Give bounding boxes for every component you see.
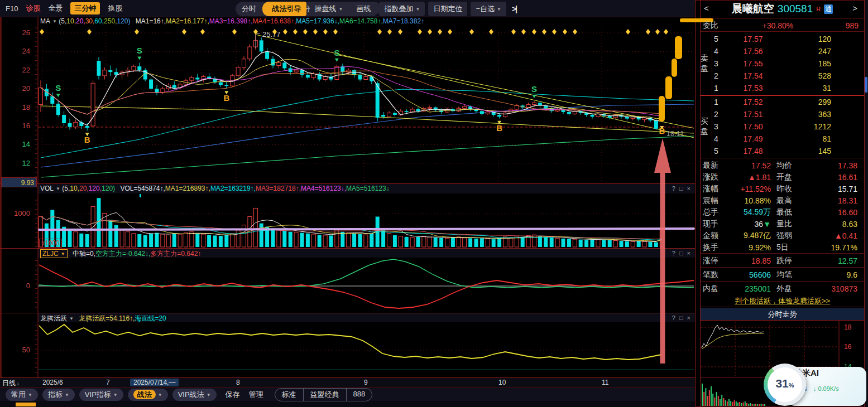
buy-row[interactable]: 117.52299 [712, 96, 864, 108]
date-tick: 10 [498, 379, 506, 386]
axis-label: 22 [0, 66, 30, 74]
longteng-value: 龙腾活跃=54.116↑, [79, 314, 135, 322]
diagnose-stock-button[interactable]: 诊股 [26, 3, 40, 13]
axis-label: 14 [0, 140, 30, 148]
buy-side-label: 买盘 [701, 96, 712, 157]
popout-icon[interactable]: □ [679, 314, 683, 321]
tab-intraday[interactable]: 分时 [236, 2, 262, 16]
svg-text:18.11: 18.11 [666, 129, 684, 138]
intraday-trend-header[interactable]: 分时走势 [701, 308, 864, 321]
vol-value: MA3=182718↑, [256, 185, 301, 192]
quote-panel: < 晨曦航空 300581 R 通 > 委比 +30.80% 989 卖盘 买盘… [701, 0, 868, 407]
f10-button[interactable]: F10 [6, 4, 18, 13]
svg-text:S: S [531, 84, 537, 94]
longteng-promo-link[interactable]: 判个股活跃，体验龙腾活跃>> [701, 295, 864, 307]
svg-text:S: S [334, 48, 339, 57]
help-icon[interactable]: ? [672, 185, 675, 192]
panel-controls: ?□× [668, 314, 690, 321]
help-icon[interactable]: ? [672, 250, 675, 256]
vol-value: MA4=516123↓, [301, 185, 346, 192]
ma-value: MA2=16.177↑, [166, 17, 209, 25]
date-tick: 7 [106, 379, 110, 386]
zljc-selector[interactable]: ZLJC▼ [40, 249, 68, 258]
sell-side-label: 卖盘 [701, 33, 712, 94]
menu-common[interactable]: 常用▼ [6, 389, 38, 401]
trading-app-window: 25.77SBSBSBSB18.11 F10 诊股 全景 三分钟 换股 分时 日… [0, 0, 868, 407]
axis-label: 26 [0, 28, 30, 37]
chevron-down-icon: ▼ [52, 19, 57, 24]
buy-row[interactable]: 217.51363 [712, 108, 864, 120]
weicha-value: 989 [825, 21, 859, 30]
svg-text:B: B [84, 135, 90, 144]
menu-strategy[interactable]: 战法▼ [128, 389, 168, 401]
preset-888[interactable]: 888 [346, 389, 372, 401]
zljc-legend: ZLJC▼ 中轴=0,空方主力=-0.642↓,多方主力=0.642↑ ?□× [40, 249, 694, 259]
close-icon[interactable]: × [687, 250, 690, 256]
longteng-selector[interactable]: 龙腾活跃▼ [40, 314, 74, 322]
axis-label: 16 [844, 343, 851, 351]
strategy-guide-button[interactable]: 战法引导 [267, 2, 306, 16]
collapse-panel-icon[interactable]: >| [510, 4, 516, 13]
svg-text:B: B [496, 123, 502, 133]
close-icon[interactable]: × [687, 185, 690, 192]
popout-icon[interactable]: □ [679, 185, 683, 192]
period-label[interactable]: 日线↓ [2, 379, 20, 388]
save-button[interactable]: 保存 [226, 390, 240, 400]
ma-value: MA5=17.936↓, [296, 17, 339, 25]
draw-line-button[interactable]: 画线 [351, 2, 376, 16]
switch-stock-button[interactable]: 换股 [108, 3, 122, 13]
preset-classic[interactable]: 益盟经典 [303, 389, 346, 401]
buy-row[interactable]: 317.501212 [712, 120, 864, 133]
sell-row[interactable]: 517.57120 [712, 33, 864, 45]
ma-param: 30, [85, 17, 95, 25]
menu-vip-strategy[interactable]: VIP战法▼ [172, 389, 217, 401]
scrollbar-thumb[interactable] [865, 77, 867, 93]
sell-row[interactable]: 217.54528 [712, 70, 864, 82]
vol-param: 120, [89, 185, 102, 192]
buy-row[interactable]: 517.48145 [712, 145, 864, 157]
date-tick: 9 [364, 379, 368, 386]
panel-controls: ?□× [668, 250, 690, 256]
manage-button[interactable]: 管理 [249, 390, 263, 400]
prev-stock-icon[interactable]: < [704, 3, 709, 13]
sell-row[interactable]: 417.56247 [712, 45, 864, 57]
weibi-label: 委比 [703, 21, 731, 31]
menu-indicators[interactable]: 指标▼ [42, 389, 75, 401]
axis-label: 24 [0, 47, 30, 55]
volume-unit-label: x1000 [39, 239, 62, 248]
bottom-price-box: 9.93 [1, 177, 37, 187]
sell-row[interactable]: 117.5331 [712, 82, 864, 94]
axis-label: 18 [0, 103, 30, 112]
top-left-menu: F10 诊股 全景 三分钟 换股 [0, 2, 122, 14]
svg-text:B: B [223, 93, 229, 103]
next-stock-icon[interactable]: > [852, 3, 857, 13]
scrollbar[interactable] [864, 0, 868, 407]
vol-selector[interactable]: VOL▼ [40, 185, 60, 192]
selected-date-tick[interactable]: 2025/07/14,— [130, 379, 179, 386]
popout-icon[interactable]: □ [679, 250, 683, 256]
axis-label: 50 [0, 346, 30, 354]
close-icon[interactable]: × [687, 314, 690, 321]
panorama-button[interactable]: 全景 [48, 3, 63, 13]
chevron-down-icon: ▼ [65, 393, 69, 398]
axis-label: 20 [0, 84, 30, 93]
vol-param: (5, [62, 185, 70, 192]
limits-grid: 涨停18.85跌停12.57 [701, 254, 864, 267]
index-overlay-button[interactable]: 指数叠加▼ [379, 2, 425, 16]
buy-row[interactable]: 417.4981 [712, 133, 864, 145]
preset-standard[interactable]: 标准 [275, 389, 303, 401]
ma-selector[interactable]: MA▼ [40, 17, 57, 25]
menu-vip-indicators[interactable]: VIP指标▼ [79, 389, 123, 401]
buy-rows: 117.52299 217.51363 317.501212 417.4981 … [712, 96, 864, 157]
sell-row[interactable]: 317.55185 [712, 57, 864, 70]
help-icon[interactable]: ? [672, 314, 675, 321]
ma-value: MA7=18.382↑ [383, 17, 424, 25]
chevron-down-icon: ▼ [497, 7, 501, 12]
date-locate-button[interactable]: 日期定位 [428, 2, 467, 16]
ma-param: 60, [94, 17, 104, 25]
watchlist-button[interactable]: −自选▼ [471, 2, 506, 16]
nami-ai-widget[interactable]: 纳米AI ↑ 1.9K/s ↓ 0.09K/s 31% [764, 362, 867, 407]
ma-param: 20, [76, 17, 85, 25]
trade-line-button[interactable]: 操盘线▼ [310, 2, 348, 16]
three-minute-button[interactable]: 三分钟 [70, 2, 100, 14]
